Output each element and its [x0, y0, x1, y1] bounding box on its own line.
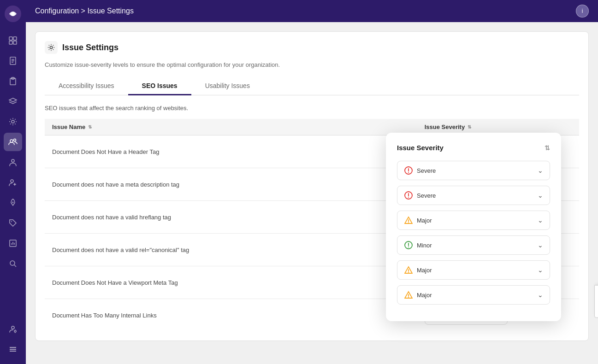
issue-severity-label: Issue Severity — [425, 123, 465, 130]
chevron-down-icon: ⌄ — [538, 291, 543, 299]
svg-point-57 — [408, 223, 409, 223]
svg-point-20 — [11, 221, 12, 222]
floating-panel-title: Issue Severity — [397, 144, 444, 152]
svg-point-14 — [14, 139, 16, 141]
severity-select-dropdown[interactable]: Major ⌄ — [397, 260, 550, 280]
severity-select-dropdown[interactable]: Major ⌄ — [397, 285, 550, 305]
sort-icon-name: ⇅ — [88, 124, 92, 129]
svg-point-25 — [10, 261, 15, 265]
sidebar-item-clipboard[interactable] — [4, 72, 22, 90]
svg-rect-5 — [13, 41, 17, 44]
chevron-down-icon: ⌄ — [538, 266, 543, 274]
severity-sort[interactable]: Issue Severity ⇅ — [425, 123, 471, 130]
sidebar-item-people[interactable] — [4, 153, 22, 171]
cell-issue-name: Document Does Not Have a Header Tag — [45, 135, 417, 168]
chevron-down-icon: ⌄ — [538, 167, 543, 174]
floating-severity-panel: Issue Severity ⇅ Severe ⌄ — [386, 133, 561, 321]
chevron-down-icon: ⌄ — [538, 217, 543, 224]
svg-point-62 — [408, 272, 409, 273]
floating-severity-row: Major ⌄ — [397, 211, 550, 230]
logo[interactable] — [5, 6, 21, 22]
svg-point-13 — [10, 140, 13, 142]
sidebar-item-group[interactable] — [4, 133, 22, 151]
sort-icon-severity: ⇅ — [468, 124, 471, 129]
sidebar-item-document[interactable] — [4, 52, 22, 70]
main-content: Issue Settings Customize issue-severity … — [26, 22, 598, 364]
severe-icon — [404, 166, 413, 175]
severity-label: Major — [417, 267, 432, 274]
tabs-container: Accessibility Issues SEO Issues Usabilit… — [45, 77, 579, 95]
feedback-button[interactable]: Feedback — [594, 285, 598, 318]
svg-point-34 — [50, 46, 52, 48]
severity-label: Major — [417, 292, 432, 299]
cell-issue-name: Document Has Too Many Internal Links — [45, 299, 417, 332]
svg-point-60 — [408, 247, 409, 247]
severity-select-dropdown[interactable]: Severe ⌄ — [397, 186, 550, 205]
svg-point-19 — [12, 202, 14, 203]
major-icon — [404, 216, 413, 225]
severity-label: Minor — [417, 242, 432, 249]
chevron-down-icon: ⌄ — [538, 241, 543, 249]
sort-arrows-icon: ⇅ — [545, 144, 550, 152]
sidebar-item-report[interactable] — [4, 234, 22, 252]
svg-point-28 — [14, 330, 16, 332]
card-subtitle: Customize issue-severity levels to ensur… — [45, 61, 579, 68]
severity-label: Severe — [417, 192, 436, 199]
cell-issue-name: Document Does Not Have a Viewport Meta T… — [45, 266, 417, 299]
tab-accessibility[interactable]: Accessibility Issues — [45, 77, 128, 95]
topbar: Configuration > Issue Settings i — [26, 0, 598, 22]
severity-label: Major — [417, 217, 432, 224]
floating-panel-header: Issue Severity ⇅ — [397, 144, 550, 152]
breadcrumb: Configuration > Issue Settings — [35, 7, 576, 15]
svg-line-26 — [14, 265, 16, 267]
cell-issue-name: Document does not have a meta descriptio… — [45, 168, 417, 201]
severity-select-dropdown[interactable]: Severe ⌄ — [397, 161, 550, 180]
svg-point-16 — [11, 180, 13, 182]
sidebar-item-tag[interactable] — [4, 214, 22, 232]
tab-usability[interactable]: Usability Issues — [191, 77, 264, 95]
svg-point-12 — [12, 120, 14, 123]
sidebar — [0, 0, 26, 364]
minor-icon — [404, 241, 413, 250]
severe-icon — [404, 191, 413, 200]
svg-point-52 — [408, 172, 409, 173]
chevron-down-icon: ⌄ — [538, 192, 543, 199]
severity-label: Severe — [417, 167, 436, 174]
cell-issue-name: Document does not have a valid hreflang … — [45, 201, 417, 234]
avatar[interactable]: i — [576, 5, 589, 18]
sidebar-item-layers[interactable] — [4, 92, 22, 111]
floating-severity-row: Major ⌄ — [397, 285, 550, 305]
svg-rect-3 — [13, 37, 17, 40]
issue-name-label: Issue Name — [52, 123, 85, 130]
issue-name-sort[interactable]: Issue Name ⇅ — [52, 123, 92, 130]
severity-select-dropdown[interactable]: Minor ⌄ — [397, 235, 550, 255]
major-icon — [404, 265, 413, 275]
svg-point-27 — [12, 326, 14, 329]
floating-severity-row: Minor ⌄ — [397, 235, 550, 255]
sidebar-item-person-settings[interactable] — [4, 320, 22, 338]
svg-rect-2 — [9, 37, 12, 40]
svg-point-64 — [408, 297, 409, 298]
svg-point-1 — [11, 12, 15, 16]
sidebar-item-dashboard[interactable] — [4, 31, 22, 50]
floating-severity-row: Severe ⌄ — [397, 186, 550, 205]
svg-point-15 — [12, 159, 14, 162]
floating-severity-row: Severe ⌄ — [397, 161, 550, 180]
th-issue-name: Issue Name ⇅ — [45, 119, 417, 135]
cell-issue-name: Document does not have a valid rel="cano… — [45, 234, 417, 266]
tab-seo[interactable]: SEO Issues — [128, 77, 191, 95]
sidebar-item-rocket[interactable] — [4, 194, 22, 212]
severity-select-dropdown[interactable]: Major ⌄ — [397, 211, 550, 230]
card-title: Issue Settings — [62, 43, 118, 53]
floating-severity-row: Major ⌄ — [397, 260, 550, 280]
sidebar-item-stack[interactable] — [4, 340, 22, 358]
card-header: Issue Settings — [45, 41, 579, 54]
sidebar-item-settings[interactable] — [4, 112, 22, 131]
major-icon — [404, 290, 413, 299]
section-description: SEO issues that affect the search rankin… — [45, 105, 579, 112]
sidebar-item-search[interactable] — [4, 254, 22, 273]
svg-point-55 — [408, 197, 409, 198]
settings-icon — [45, 41, 58, 54]
sidebar-item-person-add[interactable] — [4, 173, 22, 192]
svg-rect-4 — [9, 41, 12, 44]
